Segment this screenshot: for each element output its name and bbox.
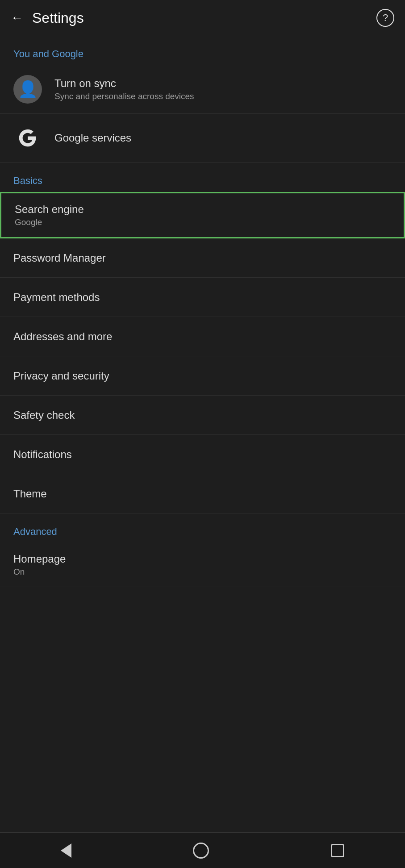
theme-item[interactable]: Theme [0, 474, 405, 513]
navigation-bar [0, 832, 405, 868]
back-button[interactable]: ← [11, 11, 23, 25]
nav-home-button[interactable] [193, 843, 209, 859]
google-services-item[interactable]: Google services [0, 114, 405, 163]
page-title: Settings [32, 10, 84, 26]
toolbar: ← Settings ? [0, 0, 405, 36]
payment-methods-title: Payment methods [13, 291, 100, 304]
addresses-and-more-title: Addresses and more [13, 330, 112, 343]
nav-recents-button[interactable] [331, 844, 344, 857]
homepage-subtitle: On [13, 567, 392, 577]
theme-title: Theme [13, 488, 47, 500]
search-engine-subtitle: Google [15, 217, 390, 227]
password-manager-title: Password Manager [13, 252, 106, 264]
addresses-and-more-item[interactable]: Addresses and more [0, 317, 405, 356]
help-icon[interactable]: ? [376, 9, 394, 27]
google-g-icon [13, 124, 42, 152]
notifications-item[interactable]: Notifications [0, 435, 405, 474]
google-services-title: Google services [54, 132, 131, 144]
search-engine-title: Search engine [15, 203, 390, 216]
turn-on-sync-subtitle: Sync and personalise across devices [54, 92, 194, 101]
safety-check-title: Safety check [13, 409, 75, 421]
basics-section-header: Basics [0, 163, 405, 192]
nav-back-button[interactable] [61, 843, 71, 858]
homepage-item[interactable]: Homepage On [0, 543, 405, 587]
payment-methods-item[interactable]: Payment methods [0, 278, 405, 317]
search-engine-item[interactable]: Search engine Google [0, 192, 405, 238]
privacy-and-security-title: Privacy and security [13, 370, 109, 382]
you-and-google-section-header: You and Google [0, 36, 405, 65]
homepage-title: Homepage [13, 553, 392, 565]
safety-check-item[interactable]: Safety check [0, 396, 405, 435]
turn-on-sync-item[interactable]: 👤 Turn on sync Sync and personalise acro… [0, 65, 405, 114]
avatar-icon: 👤 [13, 75, 42, 104]
advanced-section-header: Advanced [0, 513, 405, 543]
notifications-title: Notifications [13, 448, 72, 461]
privacy-and-security-item[interactable]: Privacy and security [0, 356, 405, 396]
password-manager-item[interactable]: Password Manager [0, 238, 405, 278]
turn-on-sync-title: Turn on sync [54, 77, 194, 90]
